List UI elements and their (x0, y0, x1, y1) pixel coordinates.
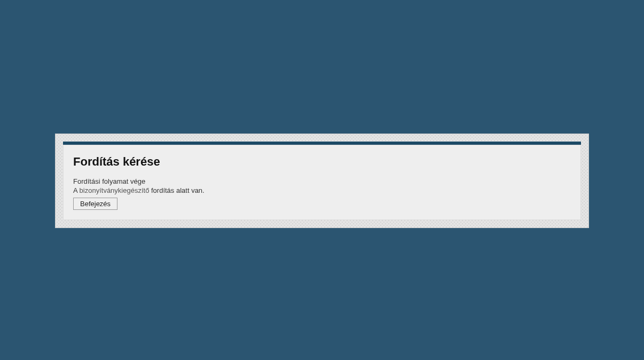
content-card: Fordítás kérése Fordítási folyamat vége … (63, 145, 581, 220)
certificate-supplement-link[interactable]: bizonyítványkiegészítő (80, 186, 150, 194)
translation-status-message: A bizonyítványkiegészítő fordítás alatt … (73, 186, 571, 194)
message-suffix: fordítás alatt van. (149, 186, 204, 194)
page-title: Fordítás kérése (73, 155, 571, 169)
message-prefix: A (73, 186, 80, 194)
outer-panel: Fordítás kérése Fordítási folyamat vége … (55, 134, 589, 228)
finish-button[interactable]: Befejezés (73, 198, 117, 210)
process-end-message: Fordítási folyamat vége (73, 177, 571, 185)
